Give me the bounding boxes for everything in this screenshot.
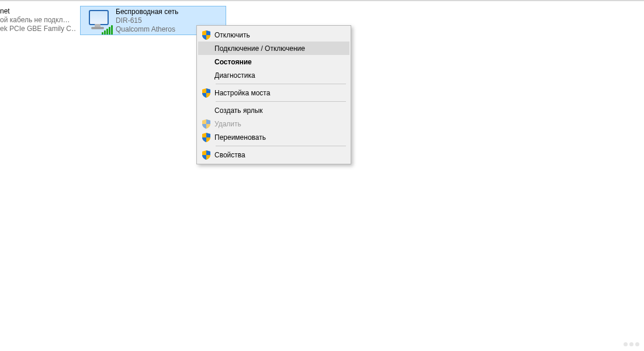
menu-item-label: Диагностика <box>214 71 345 80</box>
watermark-dots <box>624 342 639 346</box>
menu-item-label: Переименовать <box>214 133 345 142</box>
menu-separator <box>216 101 346 102</box>
adapter-ssid: DIR-615 <box>116 16 178 25</box>
menu-separator <box>216 84 346 84</box>
adapter-title: Беспроводная сеть <box>116 8 178 16</box>
adapter-device: Qualcomm Atheros <box>116 25 178 34</box>
menu-item-properties[interactable]: Свойства <box>198 148 349 161</box>
menu-separator <box>216 146 346 146</box>
menu-item-label: Состояние <box>214 58 345 66</box>
wireless-adapter-icon <box>83 8 112 33</box>
menu-item-label: Отключить <box>214 31 345 39</box>
menu-item-disable[interactable]: Отключить <box>198 28 349 42</box>
menu-item-bridge-connections[interactable]: Настройка моста <box>198 86 349 99</box>
menu-item-diagnose[interactable]: Диагностика <box>198 68 349 82</box>
menu-item-rename[interactable]: Переименовать <box>198 130 349 144</box>
adapter-item-ethernet[interactable]: net ой кабель не подкл… ek PCIe GBE Fami… <box>0 6 79 35</box>
menu-item-label: Свойства <box>214 151 345 159</box>
menu-item-create-shortcut[interactable]: Создать ярлык <box>198 104 349 117</box>
uac-shield-icon <box>202 119 210 129</box>
menu-item-status[interactable]: Состояние <box>198 55 349 68</box>
adapter-device: ek PCIe GBE Family C… <box>0 25 77 33</box>
menu-item-label: Подключение / Отключение <box>214 44 345 53</box>
menu-item-label: Настройка моста <box>214 89 345 97</box>
menu-item-label: Создать ярлык <box>214 106 345 115</box>
menu-item-label: Удалить <box>214 120 345 128</box>
uac-shield-icon <box>202 133 210 142</box>
window-top-border <box>0 0 644 1</box>
adapter-title: net <box>0 7 77 16</box>
uac-shield-icon <box>202 150 210 160</box>
uac-shield-icon <box>202 30 210 40</box>
adapter-subtitle: ой кабель не подкл… <box>0 16 77 25</box>
menu-item-connect-disconnect[interactable]: Подключение / Отключение <box>198 42 349 55</box>
menu-item-delete: Удалить <box>198 117 349 130</box>
context-menu: Отключить Подключение / Отключение Состо… <box>196 25 351 164</box>
uac-shield-icon <box>202 88 210 98</box>
